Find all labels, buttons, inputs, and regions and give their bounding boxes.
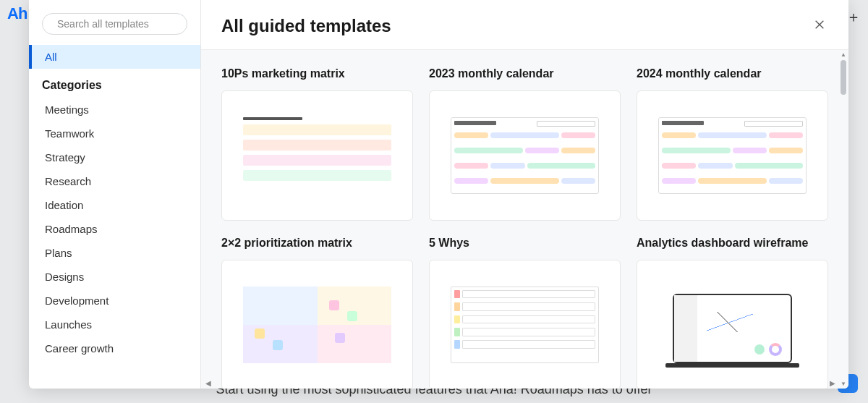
templates-grid: 10Ps marketing matrix2023 monthly calend… <box>221 67 828 389</box>
sidebar-item-research[interactable]: Research <box>29 169 200 193</box>
categories-heading: Categories <box>29 69 200 98</box>
scroll-down-arrow[interactable]: ▼ <box>841 381 846 387</box>
category-nav: All Categories MeetingsTeamworkStrategyR… <box>29 45 200 360</box>
template-card-preview[interactable] <box>221 260 413 389</box>
template-card: 2×2 prioritization matrix <box>221 237 413 389</box>
scroll-left-arrow[interactable]: ◀ <box>205 379 211 387</box>
template-card-title: 10Ps marketing matrix <box>221 67 413 80</box>
template-card: 5 Whys <box>429 237 621 389</box>
template-card: Analytics dashboard wireframe <box>637 237 828 389</box>
page-title: All guided templates <box>221 16 391 36</box>
template-card-title: 2023 monthly calendar <box>429 67 621 80</box>
close-button[interactable] <box>811 16 828 35</box>
template-card-title: Analytics dashboard wireframe <box>637 237 828 250</box>
template-card-title: 2024 monthly calendar <box>637 67 828 80</box>
templates-main: All guided templates 10Ps marketing matr… <box>201 0 848 389</box>
template-card-preview[interactable] <box>429 90 621 221</box>
sidebar-item-all[interactable]: All <box>29 45 200 69</box>
scroll-up-arrow[interactable]: ▲ <box>841 51 846 58</box>
close-icon <box>814 19 825 30</box>
app-logo: Ah <box>7 4 27 23</box>
sidebar-item-teamwork[interactable]: Teamwork <box>29 122 200 145</box>
sidebar-item-development[interactable]: Development <box>29 289 200 313</box>
sidebar-item-launches[interactable]: Launches <box>29 313 200 336</box>
template-card: 10Ps marketing matrix <box>221 67 413 221</box>
template-card-preview[interactable] <box>637 260 828 389</box>
template-card-preview[interactable] <box>429 260 621 389</box>
sidebar-item-designs[interactable]: Designs <box>29 265 200 289</box>
sidebar-item-plans[interactable]: Plans <box>29 241 200 265</box>
template-card: 2024 monthly calendar <box>637 67 828 221</box>
templates-scroll-area[interactable]: 10Ps marketing matrix2023 monthly calend… <box>201 49 848 389</box>
templates-modal: All Categories MeetingsTeamworkStrategyR… <box>29 0 848 389</box>
new-tab-button[interactable]: ＋ <box>846 7 861 27</box>
vertical-scrollbar[interactable]: ▲ ▼ <box>840 53 847 386</box>
search-field[interactable] <box>42 13 187 35</box>
scroll-right-arrow[interactable]: ▶ <box>830 379 835 387</box>
sidebar-item-roadmaps[interactable]: Roadmaps <box>29 217 200 241</box>
template-card-title: 2×2 prioritization matrix <box>221 237 413 250</box>
scrollbar-thumb[interactable] <box>841 60 846 95</box>
sidebar-item-ideation[interactable]: Ideation <box>29 193 200 217</box>
sidebar-item-meetings[interactable]: Meetings <box>29 98 200 122</box>
template-card-preview[interactable] <box>637 90 828 221</box>
sidebar-item-career-growth[interactable]: Career growth <box>29 336 200 360</box>
template-card-preview[interactable] <box>221 90 413 221</box>
sidebar-item-strategy[interactable]: Strategy <box>29 145 200 169</box>
template-card-title: 5 Whys <box>429 237 621 250</box>
search-input[interactable] <box>56 17 185 30</box>
templates-sidebar: All Categories MeetingsTeamworkStrategyR… <box>29 0 201 389</box>
template-card: 2023 monthly calendar <box>429 67 621 221</box>
